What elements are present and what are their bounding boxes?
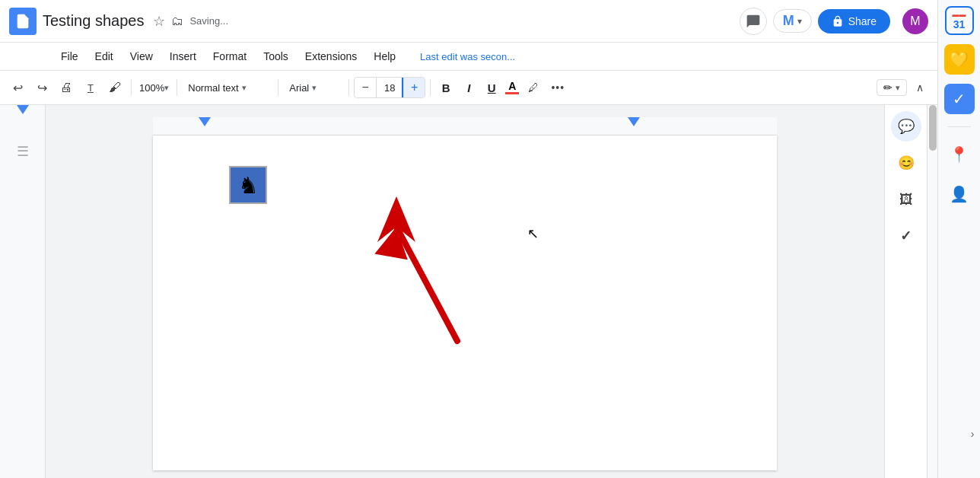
font-size-increase-button[interactable]: +	[403, 77, 425, 98]
side-panel: 💬 😊 🖼 ✓	[884, 105, 927, 478]
toolbar-divider-3	[278, 79, 278, 96]
toolbar-divider-5	[430, 79, 431, 96]
document-area: ☰ ♞	[0, 105, 937, 478]
font-selector[interactable]: Arial ▾	[283, 81, 344, 95]
vertical-scrollbar[interactable]	[927, 105, 937, 478]
comments-button[interactable]	[740, 8, 767, 35]
mouse-cursor: ↖	[527, 225, 539, 242]
sidebar-divider	[948, 126, 971, 127]
left-ruler: ☰	[0, 105, 46, 478]
toolbar-divider-2	[177, 79, 177, 96]
svg-line-3	[396, 227, 457, 341]
task-check-button[interactable]: ✓	[891, 221, 921, 251]
document-page[interactable]: ♞ ↖	[153, 135, 777, 470]
calendar-date: 31	[953, 18, 966, 30]
saving-indicator: Saving...	[189, 15, 228, 27]
menu-bar: File Edit View Insert Format Tools Exten…	[0, 43, 937, 70]
menu-tools[interactable]: Tools	[256, 47, 296, 65]
google-calendar-button[interactable]: ▬▬ 31	[945, 6, 974, 35]
share-button[interactable]: Share	[818, 9, 890, 33]
menu-edit[interactable]: Edit	[88, 47, 121, 65]
font-size-decrease-button[interactable]: −	[355, 77, 376, 98]
share-label: Share	[848, 15, 877, 27]
highlight-button[interactable]: 🖊	[522, 76, 545, 99]
title-bar: Testing shapes ☆ 🗂 Saving... M ▾ Share	[0, 0, 937, 43]
font-chevron: ▾	[312, 83, 317, 93]
edit-mode-button[interactable]: ✏ ▾	[877, 79, 907, 96]
zoom-value: 100%	[139, 82, 164, 94]
last-edit-link[interactable]: Last edit was secon...	[420, 51, 515, 62]
format-paint-button[interactable]: 🖌	[103, 76, 126, 99]
google-tasks-button[interactable]: ✓	[944, 84, 975, 114]
toolbar: ↩ ↪ 🖨 T 🖌 100% ▾ Normal text ▾ Arial ▾ −	[0, 70, 937, 105]
font-size-control: − 18 +	[354, 77, 425, 98]
star-icon[interactable]: ☆	[153, 13, 165, 30]
meet-dropdown-arrow[interactable]: ▾	[797, 16, 802, 27]
menu-help[interactable]: Help	[366, 47, 403, 65]
ruler-left-indicator[interactable]	[17, 105, 29, 114]
user-avatar[interactable]: M	[902, 8, 928, 34]
print-button[interactable]: 🖨	[55, 76, 78, 99]
person-icon: 👤	[950, 185, 969, 203]
chess-knight-image[interactable]: ♞	[229, 166, 267, 204]
collapse-toolbar-button[interactable]: ∧	[908, 76, 931, 99]
title-icons: ☆ 🗂	[153, 13, 183, 30]
style-chevron: ▾	[242, 83, 247, 93]
redo-button[interactable]: ↪	[30, 76, 53, 99]
keep-icon: 💛	[950, 50, 969, 69]
edit-mode-chevron: ▾	[896, 83, 900, 93]
font-color-indicator	[505, 92, 519, 94]
italic-button[interactable]: I	[458, 77, 479, 98]
toolbar-right: ✏ ▾ ∧	[877, 76, 931, 99]
more-options-button[interactable]: •••	[546, 76, 569, 99]
menu-file[interactable]: File	[53, 47, 86, 65]
ruler-left-margin-indicator[interactable]	[199, 117, 211, 126]
underline-button[interactable]: U	[481, 77, 502, 98]
undo-button[interactable]: ↩	[6, 76, 29, 99]
contacts-button[interactable]: 👤	[944, 179, 975, 209]
zoom-chevron: ▾	[164, 83, 169, 93]
bold-button[interactable]: B	[435, 77, 457, 98]
spellcheck-button[interactable]: T	[79, 76, 102, 99]
font-value: Arial	[289, 82, 309, 94]
menu-view[interactable]: View	[123, 47, 161, 65]
drive-icon[interactable]: 🗂	[171, 14, 183, 28]
style-selector[interactable]: Normal text ▾	[182, 81, 273, 95]
menu-extensions[interactable]: Extensions	[298, 47, 364, 65]
meet-icon: M	[783, 13, 794, 29]
top-ruler	[153, 117, 777, 135]
meet-button[interactable]: M ▾	[773, 9, 812, 33]
font-size-value[interactable]: 18	[376, 78, 403, 97]
svg-marker-4	[374, 224, 412, 260]
ruler-right-margin-indicator[interactable]	[628, 117, 640, 126]
emoji-button[interactable]: 😊	[891, 148, 921, 178]
menu-insert[interactable]: Insert	[162, 47, 204, 65]
lock-icon	[832, 15, 844, 27]
google-maps-button[interactable]: 📍	[944, 139, 975, 170]
image-annotate-button[interactable]: 🖼	[891, 184, 921, 215]
font-color-button[interactable]: A	[505, 81, 519, 94]
toolbar-divider-4	[348, 79, 349, 96]
font-color-a-icon: A	[508, 81, 516, 91]
right-sidebar: ▬▬ 31 💛 ✓ 📍 👤 ›	[937, 0, 980, 478]
google-keep-button[interactable]: 💛	[944, 44, 975, 75]
app-icon[interactable]	[9, 8, 37, 35]
scrollbar-thumb[interactable]	[929, 105, 937, 151]
tasks-icon: ✓	[953, 90, 966, 108]
docs-icon	[14, 13, 31, 30]
expand-sidebar-button[interactable]: ›	[965, 419, 980, 449]
outline-icon[interactable]: ☰	[17, 143, 29, 160]
toolbar-divider-1	[131, 79, 132, 96]
document-scroll-area[interactable]: ♞ ↖	[46, 105, 884, 478]
zoom-selector[interactable]: 100% ▾	[136, 81, 172, 95]
menu-format[interactable]: Format	[205, 47, 254, 65]
style-value: Normal text	[188, 82, 238, 94]
edit-pencil-icon: ✏	[883, 81, 892, 94]
maps-icon: 📍	[950, 145, 969, 164]
document-title[interactable]: Testing shapes	[43, 12, 144, 30]
chat-button[interactable]: 💬	[891, 111, 921, 142]
comments-icon	[746, 14, 761, 29]
chess-knight-icon: ♞	[238, 172, 259, 199]
calendar-icon: ▬▬	[953, 11, 966, 18]
ruler-container: ♞ ↖	[153, 117, 777, 466]
